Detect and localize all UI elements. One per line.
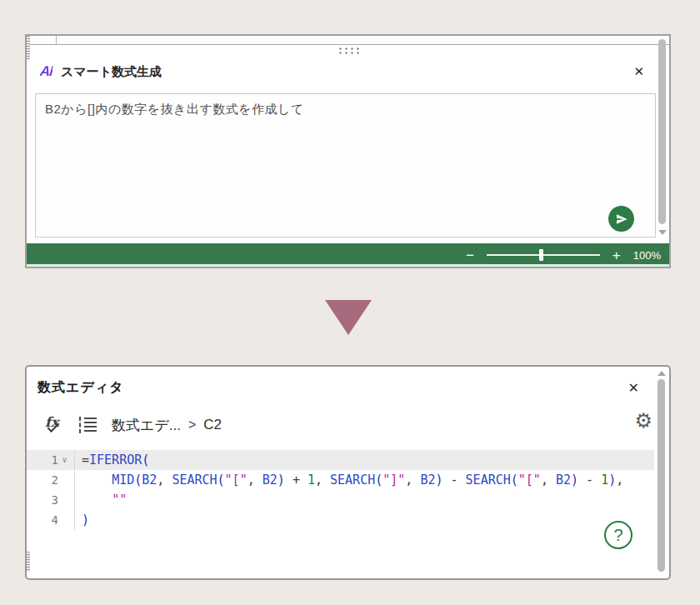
code-token: 1: [601, 472, 608, 488]
line-gutter: 4: [27, 510, 75, 530]
line-number: 3: [52, 490, 58, 510]
code-token: [300, 472, 308, 488]
code-token: MID: [112, 472, 134, 488]
code-token: SEARCH: [466, 472, 511, 488]
zoom-slider[interactable]: [487, 254, 600, 256]
zoom-level-label: 100%: [633, 249, 661, 262]
zoom-status-bar: − + 100%: [27, 243, 669, 267]
code-text: MID(B2, SEARCH("[", B2) + 1, SEARCH("]",…: [75, 470, 623, 490]
code-token: =: [82, 452, 89, 468]
zoom-out-button[interactable]: −: [466, 248, 474, 262]
close-icon[interactable]: ✕: [628, 380, 639, 396]
code-token: SEARCH: [172, 472, 217, 488]
code-line-3[interactable]: 3 "": [27, 490, 654, 510]
drag-handle-icon[interactable]: [338, 47, 359, 54]
code-token: [82, 472, 112, 488]
breadcrumb-cell-ref[interactable]: C2: [203, 417, 222, 433]
code-token: "": [112, 492, 127, 508]
scroll-down-icon[interactable]: [658, 230, 667, 235]
breadcrumb-item[interactable]: 数式エデ...: [112, 416, 181, 435]
code-token: B2: [420, 472, 435, 488]
code-token: IFERROR: [89, 452, 142, 468]
top-scrollbar: [657, 38, 668, 246]
code-token: ,: [157, 472, 172, 488]
code-token: 1: [308, 472, 315, 488]
code-token: (: [511, 472, 518, 488]
code-token: -: [451, 472, 458, 488]
smart-formula-panel: AI スマート数式生成 ✕ B2から[]内の数字を抜き出す数式を作成して − +…: [25, 34, 671, 268]
code-token: B2: [262, 472, 278, 488]
code-token: ,: [541, 472, 556, 488]
scrollbar-thumb[interactable]: [658, 39, 666, 224]
code-token: [443, 472, 451, 488]
formula-editor-panel: 数式エディタ ✕ fx 数式エデ... > C2 ⚙ 1∨=IFERROR(2 …: [25, 365, 671, 580]
line-gutter: 2: [27, 470, 75, 490]
code-editor[interactable]: 1∨=IFERROR(2 MID(B2, SEARCH("[", B2) + 1…: [27, 450, 654, 575]
column-divider: [56, 36, 57, 44]
flow-arrow-down: [325, 300, 372, 335]
code-token: (: [375, 472, 382, 488]
fx-check-icon[interactable]: fx: [45, 414, 70, 436]
send-icon: [615, 212, 628, 226]
prompt-input[interactable]: B2から[]内の数字を抜き出す数式を作成して: [35, 93, 656, 238]
code-token: ): [82, 512, 89, 528]
formula-list-icon[interactable]: [78, 416, 98, 434]
code-token: +: [292, 472, 300, 488]
spreadsheet-edge-strip: [27, 36, 669, 45]
code-token: [593, 472, 601, 488]
code-token: [82, 492, 112, 508]
code-token: ): [608, 472, 616, 488]
fold-chevron-icon[interactable]: ∨: [58, 450, 71, 470]
help-icon[interactable]: ?: [604, 521, 632, 549]
code-line-1[interactable]: 1∨=IFERROR(: [27, 450, 654, 470]
zoom-in-button[interactable]: +: [612, 248, 621, 262]
scroll-up-icon[interactable]: [658, 371, 666, 376]
code-token: "]": [382, 472, 405, 488]
editor-toolbar: fx 数式エデ... > C2: [45, 408, 222, 442]
code-token: -: [586, 472, 593, 488]
page-background: { "colors": { "page_bg": "#edeae6", "pan…: [0, 0, 700, 605]
editor-title: 数式エディタ: [38, 379, 124, 397]
zoom-slider-thumb[interactable]: [539, 249, 543, 261]
code-token: [285, 472, 292, 488]
code-token: ,: [315, 472, 330, 488]
code-token: ): [571, 472, 578, 488]
code-text: "": [75, 490, 127, 510]
line-number: 2: [52, 470, 58, 490]
panel-title: スマート数式生成: [61, 64, 162, 80]
code-token: ,: [405, 472, 420, 488]
code-token: SEARCH: [330, 472, 375, 488]
code-token: ): [435, 472, 442, 488]
send-button[interactable]: [608, 206, 634, 232]
code-token: ,: [248, 472, 262, 488]
line-gutter: 1∨: [27, 450, 75, 470]
line-number: 4: [52, 510, 58, 530]
panel-header: AI スマート数式生成 ✕: [40, 54, 644, 89]
code-token: B2: [142, 472, 157, 488]
resize-edge: [27, 552, 30, 572]
code-token: [458, 472, 466, 488]
code-token: (: [218, 472, 225, 488]
code-token: "[": [225, 472, 248, 488]
code-token: ): [278, 472, 285, 488]
editor-scrollbar: [656, 371, 667, 573]
breadcrumb-separator: >: [188, 418, 196, 432]
code-text: =IFERROR(: [75, 450, 149, 470]
line-number: 1: [52, 450, 58, 470]
settings-gear-icon[interactable]: ⚙: [634, 411, 652, 431]
code-token: ,: [616, 472, 623, 488]
code-token: "[": [518, 472, 541, 488]
code-line-2[interactable]: 2 MID(B2, SEARCH("[", B2) + 1, SEARCH("]…: [27, 470, 654, 490]
code-line-4[interactable]: 4): [27, 510, 654, 530]
code-text: ): [75, 510, 89, 530]
code-token: [578, 472, 586, 488]
close-icon[interactable]: ✕: [633, 64, 644, 79]
prompt-text: B2から[]内の数字を抜き出す数式を作成して: [45, 102, 304, 116]
code-token: (: [134, 472, 142, 488]
ai-logo-icon: AI: [39, 63, 53, 80]
row-header-edge: [27, 36, 30, 59]
code-token: B2: [556, 472, 571, 488]
scrollbar-thumb[interactable]: [658, 379, 665, 572]
line-gutter: 3: [27, 490, 75, 510]
code-token: (: [142, 452, 149, 468]
